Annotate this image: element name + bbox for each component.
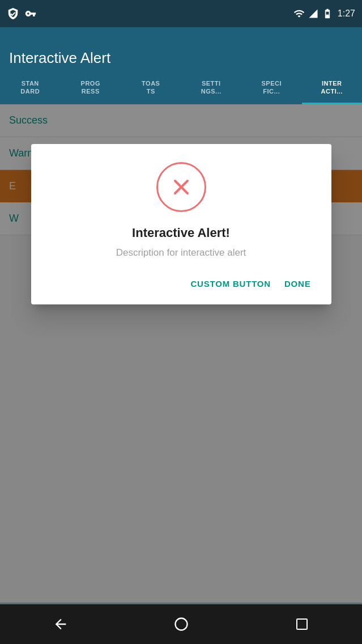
tab-interactive[interactable]: INTERACTI... [302, 73, 363, 104]
tab-progress[interactable]: PROGRESS [61, 73, 121, 103]
done-button[interactable]: DONE [282, 274, 313, 293]
shield-icon [7, 7, 19, 20]
battery-icon [322, 8, 333, 19]
svg-rect-5 [297, 619, 307, 629]
wifi-icon [293, 8, 305, 19]
app-bar: Interactive Alert [0, 27, 362, 73]
status-bar-left [7, 7, 36, 20]
svg-point-4 [175, 618, 187, 630]
status-bar: 1:27 [0, 0, 362, 27]
x-icon [167, 172, 196, 202]
app-bar-title: Interactive Alert [9, 49, 110, 67]
main-content: Success Warning E W Interactive Alert! D… [0, 104, 362, 603]
tab-specific[interactable]: SPECIFIC... [241, 73, 302, 103]
bottom-nav-bar [0, 604, 362, 644]
nav-home-button[interactable] [172, 615, 190, 633]
dialog-error-icon-circle [156, 162, 206, 212]
modal-overlay: Interactive Alert! Description for inter… [0, 104, 362, 603]
key-icon [25, 8, 36, 19]
dialog-buttons: CUSTOM BUTTON DONE [49, 274, 313, 293]
time-display: 1:27 [338, 9, 355, 19]
dialog-description: Description for interactive alert [116, 247, 246, 259]
nav-back-button[interactable] [52, 615, 70, 633]
status-bar-right: 1:27 [293, 8, 355, 19]
back-icon [53, 616, 69, 632]
tab-standard[interactable]: STANDARD [0, 73, 61, 103]
signal-icon [308, 8, 318, 19]
recents-icon [295, 617, 309, 631]
tab-toasts[interactable]: TOASTS [121, 73, 181, 103]
interactive-alert-dialog: Interactive Alert! Description for inter… [31, 144, 331, 304]
svg-rect-1 [326, 15, 329, 16]
custom-button[interactable]: CUSTOM BUTTON [188, 274, 273, 293]
tab-settings[interactable]: SETTINGS... [181, 73, 242, 103]
home-icon [173, 616, 189, 632]
dialog-title: Interactive Alert! [132, 226, 230, 240]
nav-recents-button[interactable] [293, 615, 311, 633]
tab-bar: STANDARD PROGRESS TOASTS SETTINGS... SPE… [0, 73, 362, 104]
